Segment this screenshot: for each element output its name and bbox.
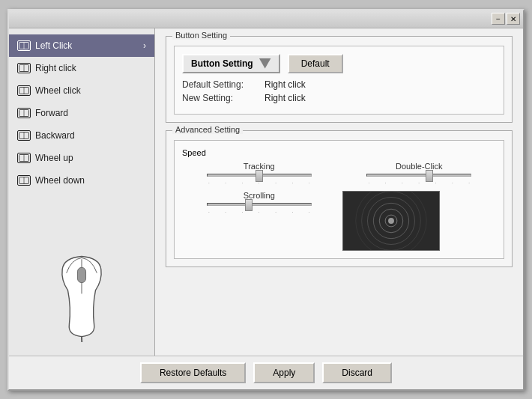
advanced-setting-section: Advanced Setting Speed Tracking .......: [166, 130, 513, 267]
main-window: − ✕ Left Click› Right click Wheel click …: [7, 9, 525, 391]
button-setting-inner: Button Setting Default Default Setting: …: [174, 46, 504, 115]
sidebar-item-backward[interactable]: Backward: [9, 124, 154, 147]
window-content: Left Click› Right click Wheel click Forw…: [9, 28, 523, 356]
new-setting-label: New Setting:: [182, 93, 265, 103]
sidebar-item-label: Wheel click: [35, 85, 81, 96]
default-button[interactable]: Default: [288, 54, 343, 73]
new-setting-row: New Setting: Right click: [182, 93, 496, 103]
default-setting-label: Default Setting:: [182, 79, 265, 90]
default-setting-value: Right click: [265, 79, 306, 90]
double-click-ticks: .......: [366, 178, 471, 185]
mouse-button-icon: [17, 175, 31, 186]
button-setting-dropdown[interactable]: Button Setting: [182, 54, 280, 73]
mouse-button-icon: [17, 85, 31, 96]
advanced-inner: Speed Tracking .......: [174, 140, 504, 259]
sidebar-item-wheel-down[interactable]: Wheel down: [9, 169, 154, 192]
sidebar-item-label: Wheel down: [35, 175, 85, 186]
sidebar-item-left-click[interactable]: Left Click›: [9, 34, 154, 57]
btn-row: Button Setting Default: [182, 54, 496, 73]
sidebar-item-label: Left Click: [35, 40, 72, 51]
double-click-visual: [342, 191, 440, 251]
mouse-button-icon: [17, 40, 31, 51]
minimize-button[interactable]: −: [492, 13, 505, 25]
tracking-slider-group: Tracking .......: [182, 162, 336, 185]
double-click-label: Double-Click: [396, 162, 442, 171]
scrolling-slider-track[interactable]: [207, 203, 312, 206]
double-click-slider-thumb[interactable]: [426, 170, 433, 182]
mouse-button-icon: [17, 108, 31, 118]
sidebar: Left Click› Right click Wheel click Forw…: [9, 28, 155, 356]
concentric-circles-icon: [343, 191, 439, 251]
default-setting-row: Default Setting: Right click: [182, 79, 496, 90]
svg-point-23: [388, 218, 394, 224]
sliders-grid: Tracking ....... Double-Click: [182, 162, 496, 251]
discard-button[interactable]: Discard: [322, 362, 392, 383]
mouse-icon: [44, 252, 119, 342]
button-setting-section: Button Setting Button Setting Default De…: [166, 36, 513, 123]
mouse-button-icon: [17, 153, 31, 163]
tracking-slider-thumb[interactable]: [256, 170, 263, 182]
scrolling-slider-thumb[interactable]: [245, 199, 253, 211]
svg-rect-15: [77, 267, 85, 282]
speed-label: Speed: [182, 148, 496, 157]
sidebar-item-label: Backward: [35, 130, 75, 141]
mouse-illustration: [9, 192, 154, 350]
apply-button[interactable]: Apply: [253, 362, 315, 383]
button-setting-label: Button Setting: [172, 31, 230, 40]
scrolling-slider-group: Scrolling .......: [182, 191, 336, 251]
tracking-slider-track[interactable]: [207, 174, 312, 177]
bottom-bar: Restore Defaults Apply Discard: [9, 356, 523, 389]
scrolling-ticks: .......: [207, 207, 312, 214]
sidebar-item-label: Forward: [35, 108, 68, 118]
sidebar-item-right-click[interactable]: Right click: [9, 57, 154, 79]
restore-defaults-button[interactable]: Restore Defaults: [140, 362, 246, 383]
sidebar-item-wheel-click[interactable]: Wheel click: [9, 79, 154, 102]
sidebar-item-wheel-up[interactable]: Wheel up: [9, 147, 154, 169]
mouse-button-icon: [17, 63, 31, 73]
sidebar-item-label: Right click: [35, 63, 76, 73]
advanced-setting-label: Advanced Setting: [172, 125, 243, 134]
sidebar-item-forward[interactable]: Forward: [9, 102, 154, 124]
main-area: Button Setting Button Setting Default De…: [155, 28, 523, 356]
title-bar: − ✕: [9, 10, 523, 28]
sidebar-item-label: Wheel up: [35, 153, 73, 163]
dropdown-arrow-icon: [259, 58, 271, 69]
close-button[interactable]: ✕: [507, 13, 520, 25]
dropdown-label: Button Setting: [191, 58, 253, 69]
new-setting-value: Right click: [265, 93, 306, 103]
mouse-button-icon: [17, 130, 31, 141]
double-click-slider-group: Double-Click .......: [342, 162, 497, 185]
chevron-right-icon: ›: [143, 40, 146, 51]
double-click-slider-track[interactable]: [366, 174, 471, 177]
